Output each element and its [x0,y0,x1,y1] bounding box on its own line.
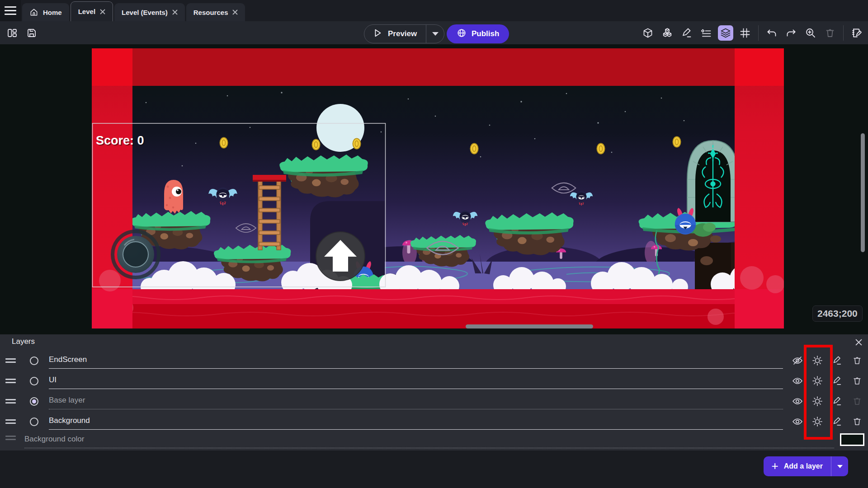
tab-level[interactable]: Level [71,1,113,21]
tab-label: Resources [193,9,228,16]
virtual-joystick-icon [113,231,159,277]
chevron-down-icon [837,465,843,468]
layers-panel: Layers EndScreen UI Base layer [0,334,868,450]
edit-layer-icon[interactable] [831,375,844,387]
edit-layer-icon[interactable] [831,415,844,428]
chevron-down-icon [432,32,439,36]
delete-layer-icon[interactable] [851,375,863,387]
instances-list-icon[interactable] [698,25,714,41]
drag-handle-icon[interactable] [5,419,16,426]
layer-name-field[interactable]: Base layer [49,396,783,409]
add-layer-dropdown[interactable] [831,456,848,476]
visibility-off-icon[interactable] [791,354,804,367]
add-layer-label: Add a layer [784,462,823,470]
main-toolbar: Preview Publish [0,21,868,44]
edit-pencil-icon[interactable] [679,25,694,41]
game-canvas[interactable]: Score: 0 Score: 0 [92,48,784,328]
home-icon [29,8,38,17]
panel-footer: + Add a layer [0,450,868,488]
object-groups-icon[interactable] [660,25,675,41]
portal-arch [687,141,739,222]
layer-radio[interactable] [30,377,38,385]
delete-layer-icon-disabled [851,395,863,408]
tab-strip: Home Level Level (Events) Resources [0,0,868,21]
jump-button-icon [316,232,365,281]
preview-button[interactable]: Preview [364,24,444,43]
redo-icon[interactable] [783,25,799,41]
background-color-swatch[interactable] [840,433,864,446]
close-tab-icon[interactable] [172,9,178,15]
zoom-in-icon[interactable] [803,25,818,41]
publish-label: Publish [472,29,499,38]
drag-handle-icon [5,436,16,442]
visibility-on-icon[interactable] [791,395,804,408]
visibility-on-icon[interactable] [791,415,804,428]
save-icon[interactable] [24,25,39,41]
vertical-scrollbar[interactable] [861,133,865,252]
lighting-sun-icon[interactable] [811,375,824,387]
layer-row: Background [0,412,868,432]
undo-icon[interactable] [764,25,779,41]
tab-label: Home [43,9,62,16]
drag-handle-icon[interactable] [5,379,16,385]
delete-icon[interactable] [822,25,838,41]
background-color-row: Background color [0,432,868,450]
scene-editor-area: Score: 0 Score: 0 2463;200 [0,44,868,334]
drag-handle-icon[interactable] [5,358,16,365]
delete-layer-icon[interactable] [851,354,863,367]
preview-options-dropdown[interactable] [426,25,444,43]
horizontal-scrollbar[interactable] [466,324,593,328]
hamburger-menu-icon[interactable] [0,0,21,21]
tab-level-events[interactable]: Level (Events) [114,3,185,21]
layers-tool-icon[interactable] [718,25,733,41]
background-color-label: Background color [24,435,834,448]
layer-row: UI [0,371,868,391]
3d-box-icon[interactable] [640,25,656,41]
layer-name-field[interactable]: Background [49,416,783,430]
delete-layer-icon[interactable] [851,415,863,428]
panels-layout-icon[interactable] [5,25,20,41]
preview-label: Preview [388,29,417,38]
edit-layer-icon[interactable] [831,395,844,408]
drag-handle-icon[interactable] [5,399,16,405]
layers-panel-title: Layers [12,337,35,346]
score-text: Score: 0 [96,134,144,147]
add-layer-button[interactable]: + Add a layer [764,456,848,476]
layer-row: Base layer [0,391,868,412]
close-tab-icon[interactable] [100,9,105,14]
tab-label: Level (Events) [122,9,168,16]
grid-icon[interactable] [737,25,753,41]
player-character [164,180,183,214]
lighting-sun-icon[interactable] [811,415,824,428]
layer-radio[interactable] [30,418,38,426]
cursor-coordinates-badge: 2463;200 [812,305,863,322]
close-tab-icon[interactable] [232,9,238,15]
layer-name-field[interactable]: UI [49,375,783,389]
layer-radio[interactable] [30,357,38,365]
publish-button[interactable]: Publish [447,24,509,43]
close-panel-icon[interactable] [854,337,863,347]
lighting-sun-icon[interactable] [811,354,824,367]
layer-row: EndScreen [0,351,868,371]
edit-layer-icon[interactable] [831,354,844,367]
layer-name-field[interactable]: EndScreen [49,355,783,369]
layer-radio-selected[interactable] [30,397,38,406]
tab-home[interactable]: Home [22,3,69,21]
globe-icon [457,28,467,40]
plus-icon: + [772,460,778,472]
visibility-on-icon[interactable] [791,375,804,387]
lighting-sun-icon[interactable] [811,395,824,408]
edit-scene-properties-icon[interactable] [849,25,864,41]
play-icon [373,28,382,40]
tab-resources[interactable]: Resources [186,3,245,21]
tab-label: Level [78,8,95,15]
